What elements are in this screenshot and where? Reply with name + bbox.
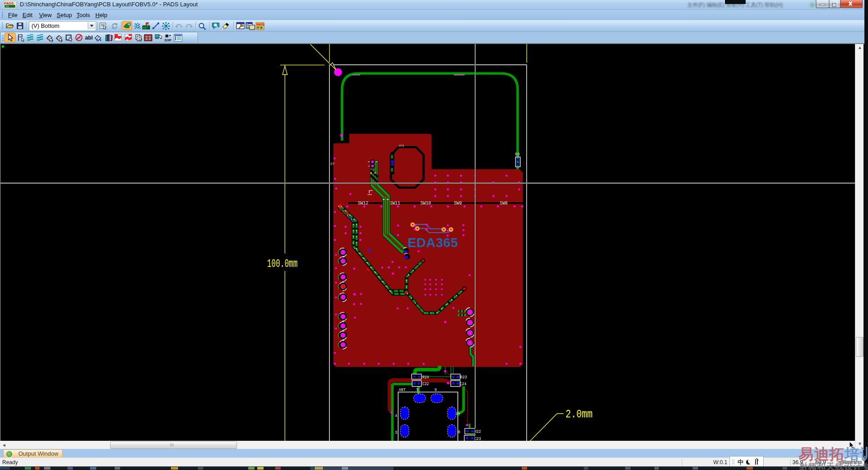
svg-text:中: 中	[738, 459, 743, 466]
svg-text:U?1: U?1	[399, 145, 404, 148]
svg-text:4: 4	[395, 414, 397, 418]
svg-text:8: 8	[458, 430, 461, 435]
svg-text:C22: C22	[422, 382, 429, 386]
svg-text:2.0mm: 2.0mm	[565, 408, 592, 421]
svg-text:SW8: SW8	[500, 201, 508, 206]
svg-text:ANT: ANT	[399, 388, 406, 392]
svg-text:2: 2	[96, 39, 98, 42]
svg-text:PADS: PADS	[4, 1, 14, 5]
svg-text:abl: abl	[85, 35, 93, 41]
svg-text:R3: R3	[515, 152, 520, 157]
svg-text:SW9: SW9	[454, 201, 462, 206]
svg-text:3: 3	[395, 430, 397, 435]
svg-text:EDA365: EDA365	[407, 235, 458, 250]
svg-text:DXF: DXF	[165, 38, 171, 42]
svg-text:5: 5	[416, 388, 419, 392]
svg-text:C?: C?	[331, 162, 335, 166]
svg-text:PADS: PADS	[257, 23, 265, 26]
svg-text:SW11: SW11	[389, 201, 400, 206]
svg-text:7: 7	[458, 412, 461, 417]
svg-text:R23: R23	[460, 375, 467, 380]
svg-text:SW10: SW10	[421, 201, 431, 206]
svg-text:C24: C24	[460, 382, 466, 386]
svg-text:100.0mm: 100.0mm	[267, 257, 298, 270]
svg-text:9: 9	[434, 388, 437, 392]
svg-text:SW12: SW12	[358, 201, 369, 206]
svg-text:R24: R24	[422, 375, 429, 380]
